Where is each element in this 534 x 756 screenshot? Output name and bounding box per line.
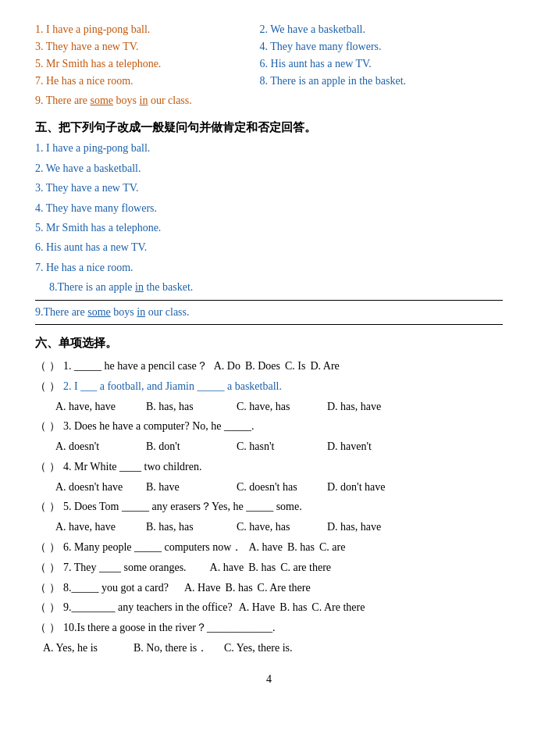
q4-row: （ ） 4. Mr White ____ two children. xyxy=(35,458,503,476)
q10-paren-close: ） xyxy=(49,619,60,637)
q8-text: 8._____ you got a card? xyxy=(63,579,169,597)
q9-paren: （ xyxy=(35,598,49,617)
q3-subopts: A. doesn't B. don't C. hasn't D. haven't xyxy=(55,437,503,456)
sentence-6: 6. His aunt has a new TV. xyxy=(260,58,503,70)
divider-2 xyxy=(35,324,503,325)
q4-text: 4. Mr White ____ two children. xyxy=(63,458,201,476)
q1-paren: （ xyxy=(35,357,49,376)
sentence-num: 7. xyxy=(35,75,44,87)
q10-opt-c: C. Yes, there is. xyxy=(224,639,310,658)
q3-opt-a: A. doesn't xyxy=(55,437,141,456)
sentence-num: 9. xyxy=(35,94,44,106)
q2-text: 2. I ___ a football, and Jiamin _____ a … xyxy=(63,377,282,396)
q5-opt-a: A. have, have xyxy=(55,518,141,537)
q7-options: A. have B. has C. are there xyxy=(210,558,331,577)
q9-options: A. Have B. has C. Are there xyxy=(239,598,365,617)
s5-item-5: 5. Mr Smith has a telephone. xyxy=(35,219,503,237)
question-8: （ ） 8._____ you got a card? A. Have B. h… xyxy=(35,579,503,597)
q8-paren: （ xyxy=(35,579,49,597)
q10-opt-a: A. Yes, he is xyxy=(43,639,129,658)
sentence-7: 7. He has a nice room. xyxy=(35,75,260,87)
sentence-num: 8. xyxy=(260,75,269,87)
q10-row: （ ） 10.Is there a goose in the river？___… xyxy=(35,619,503,637)
sentence-text: They have many flowers. xyxy=(270,41,381,52)
s5-item-8: 8.There is an apple in the basket. xyxy=(49,279,503,296)
s5-item-9: 9.There are some boys in our class. xyxy=(35,304,503,321)
sentence-num: 1. xyxy=(35,23,44,35)
q2-opt-d: D. has, have xyxy=(327,398,413,416)
q3-opt-b: B. don't xyxy=(146,437,232,456)
q6-row: （ ） 6. Many people _____ computers now． … xyxy=(35,538,503,557)
q9-text: 9.________ any teachers in the office? xyxy=(63,598,233,617)
sentence-text: We have a basketball. xyxy=(270,23,365,35)
q9-paren-close: ） xyxy=(49,598,60,617)
q10-opt-b: B. No, there is． xyxy=(134,639,219,658)
section5-title: 五、把下列句子改成一般疑问句并做肯定和否定回答。 xyxy=(35,120,503,135)
question-2: （ ） 2. I ___ a football, and Jiamin ____… xyxy=(35,377,503,416)
q1-row: （ ） 1. _____ he have a pencil case？ A. D… xyxy=(35,357,503,376)
section-6: 六、单项选择。 （ ） 1. _____ he have a pencil ca… xyxy=(35,336,503,658)
q7-text: 7. They ____ some oranges. xyxy=(63,558,187,577)
q7-paren-close: ） xyxy=(49,558,60,577)
q5-paren: （ xyxy=(35,497,49,516)
sentence-1: 1. I have a ping-pong ball. xyxy=(35,23,260,36)
sentence-row-2: 3. They have a new TV. 4. They have many… xyxy=(35,41,503,53)
q3-text: 3. Does he have a computer? No, he _____… xyxy=(63,417,255,436)
sentence-text: His aunt has a new TV. xyxy=(271,58,372,70)
q6-paren-close: ） xyxy=(49,538,60,557)
q4-paren: （ xyxy=(35,458,49,476)
question-10: （ ） 10.Is there a goose in the river？___… xyxy=(35,619,503,658)
q2-paren: （ xyxy=(35,377,49,396)
question-3: （ ） 3. Does he have a computer? No, he _… xyxy=(35,417,503,456)
question-6: （ ） 6. Many people _____ computers now． … xyxy=(35,538,503,557)
q6-options: A. have B. has C. are xyxy=(248,538,345,557)
q4-paren-close: ） xyxy=(49,458,60,476)
q10-text: 10.Is there a goose in the river？_______… xyxy=(63,619,275,637)
q1-paren-close: ） xyxy=(49,357,60,376)
q7-opt-c: C. are there xyxy=(280,558,331,577)
q5-opt-c: C. have, has xyxy=(237,518,322,537)
q4-subopts: A. doesn't have B. have C. doesn't has D… xyxy=(55,478,503,497)
divider-1 xyxy=(35,300,503,301)
q5-row: （ ） 5. Does Tom _____ any erasers？Yes, h… xyxy=(35,497,503,516)
q5-opt-b: B. has, has xyxy=(146,518,232,537)
section6-title: 六、单项选择。 xyxy=(35,336,503,351)
q8-row: （ ） 8._____ you got a card? A. Have B. h… xyxy=(35,579,503,597)
sentence-text: There are some boys in our class. xyxy=(46,94,192,106)
sentence-9: 9. There are some boys in our class. xyxy=(35,92,503,109)
q2-opt-c: C. have, has xyxy=(237,398,322,416)
sentence-row-1: 1. I have a ping-pong ball. 2. We have a… xyxy=(35,23,503,36)
q8-opt-b: B. has xyxy=(226,579,253,597)
q4-opt-a: A. doesn't have xyxy=(55,478,141,497)
sentence-5: 5. Mr Smith has a telephone. xyxy=(35,58,260,70)
q1-text: 1. _____ he have a pencil case？ xyxy=(63,357,208,376)
q3-row: （ ） 3. Does he have a computer? No, he _… xyxy=(35,417,503,436)
q9-opt-c: C. Are there xyxy=(312,598,365,617)
q7-row: （ ） 7. They ____ some oranges. A. have B… xyxy=(35,558,503,577)
sentence-row-4: 7. He has a nice room. 8. There is an ap… xyxy=(35,75,503,87)
sentence-text: Mr Smith has a telephone. xyxy=(46,58,161,70)
sentence-num: 6. xyxy=(260,58,269,70)
question-1: （ ） 1. _____ he have a pencil case？ A. D… xyxy=(35,357,503,376)
sentence-8: 8. There is an apple in the basket. xyxy=(260,75,503,87)
sentence-num: 5. xyxy=(35,58,44,70)
q1-opt-b: B. Does xyxy=(245,357,280,376)
q5-subopts: A. have, have B. has, has C. have, has D… xyxy=(55,518,503,537)
q9-opt-a: A. Have xyxy=(239,598,276,617)
q1-options: A. Do B. Does C. Is D. Are xyxy=(214,357,340,376)
sentence-text: I have a ping-pong ball. xyxy=(46,23,150,35)
q1-opt-a: A. Do xyxy=(214,357,240,376)
q7-opt-b: B. has xyxy=(248,558,276,577)
q8-opt-a: A. Have xyxy=(184,579,221,597)
sentence-row-3: 5. Mr Smith has a telephone. 6. His aunt… xyxy=(35,58,503,70)
sentence-4: 4. They have many flowers. xyxy=(260,41,503,53)
sentence-text: He has a nice room. xyxy=(46,75,134,87)
sentences-section: 1. I have a ping-pong ball. 2. We have a… xyxy=(35,23,503,109)
sentence-num: 3. xyxy=(35,41,44,52)
q3-opt-c: C. hasn't xyxy=(237,437,322,456)
s5-item-2: 2. We have a basketball. xyxy=(35,160,503,177)
q9-opt-b: B. has xyxy=(279,598,307,617)
q8-paren-close: ） xyxy=(49,579,60,597)
q4-opt-b: B. have xyxy=(146,478,232,497)
q6-paren: （ xyxy=(35,538,49,557)
